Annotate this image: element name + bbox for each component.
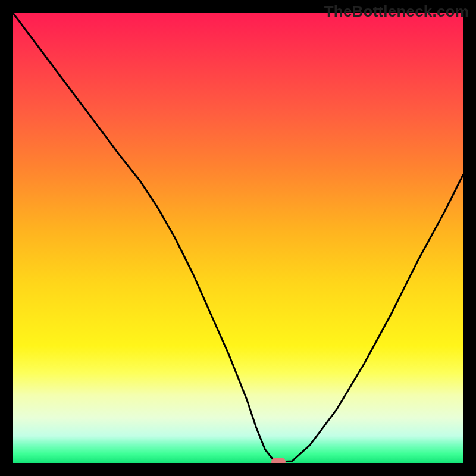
plot-area bbox=[13, 13, 463, 463]
chart-frame: TheBottleneck.com bbox=[0, 0, 476, 476]
optimal-marker bbox=[271, 458, 286, 463]
curve-path bbox=[13, 13, 463, 462]
watermark-text: TheBottleneck.com bbox=[324, 2, 469, 21]
bottleneck-curve bbox=[13, 13, 463, 463]
